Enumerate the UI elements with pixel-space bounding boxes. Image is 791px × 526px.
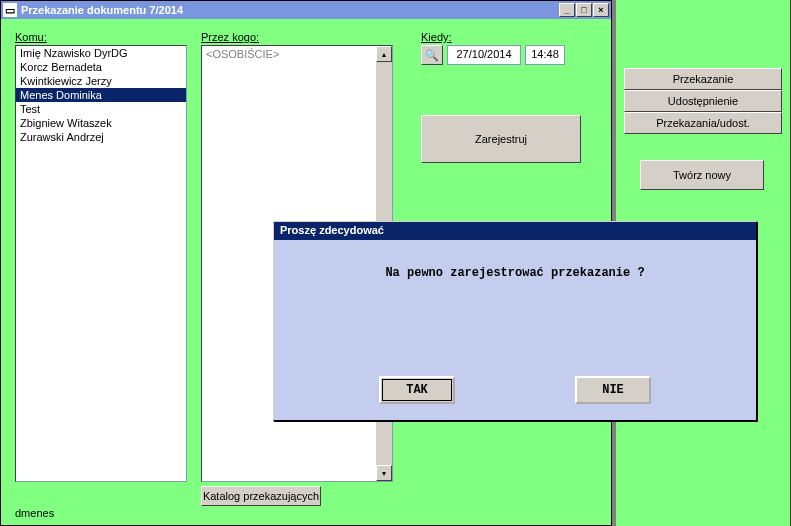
komu-label: Komu:: [15, 31, 47, 43]
przekazanie-button[interactable]: Przekazanie: [624, 68, 782, 90]
scroll-up-icon[interactable]: ▴: [376, 46, 392, 62]
time-input[interactable]: 14:48: [525, 45, 565, 65]
status-text: dmenes: [15, 507, 54, 519]
list-item[interactable]: Zbigniew Witaszek: [16, 116, 186, 130]
dialog-no-button[interactable]: NIE: [575, 376, 651, 404]
list-item[interactable]: Korcz Bernadeta: [16, 60, 186, 74]
list-item[interactable]: Kwintkiewicz Jerzy: [16, 74, 186, 88]
calendar-icon[interactable]: 🔍: [421, 45, 443, 65]
dialog-yes-button[interactable]: TAK: [379, 376, 455, 404]
dialog-title: Proszę zdecydować: [274, 222, 756, 240]
list-item[interactable]: Menes Dominika: [16, 88, 186, 102]
titlebar: ▭ Przekazanie dokumentu 7/2014 _ □ ×: [1, 1, 611, 19]
dialog-message: Na pewno zarejestrować przekazanie ?: [294, 266, 736, 280]
zarejestruj-button[interactable]: Zarejestruj: [421, 115, 581, 163]
udostepnienie-button[interactable]: Udostępnienie: [624, 90, 782, 112]
przez-label: Przez kogo:: [201, 31, 259, 43]
scroll-down-icon[interactable]: ▾: [376, 465, 392, 481]
confirm-dialog: Proszę zdecydować Na pewno zarejestrować…: [273, 221, 757, 421]
app-icon: ▭: [3, 3, 17, 17]
tworz-nowy-button[interactable]: Twórz nowy: [640, 160, 764, 190]
katalog-button[interactable]: Katalog przekazujących: [201, 486, 321, 506]
maximize-button[interactable]: □: [576, 3, 592, 17]
list-item[interactable]: Test: [16, 102, 186, 116]
date-input[interactable]: 27/10/2014: [447, 45, 521, 65]
window-title: Przekazanie dokumentu 7/2014: [21, 4, 558, 16]
list-item[interactable]: Zurawski Andrzej: [16, 130, 186, 144]
list-item[interactable]: Imię Nzawisko DyrDG: [16, 46, 186, 60]
kiedy-label: Kiedy:: [421, 31, 452, 43]
przekazania-udost-button[interactable]: Przekazania/udost.: [624, 112, 782, 134]
close-button[interactable]: ×: [593, 3, 609, 17]
minimize-button[interactable]: _: [559, 3, 575, 17]
komu-listbox[interactable]: Imię Nzawisko DyrDGKorcz BernadetaKwintk…: [15, 45, 187, 482]
